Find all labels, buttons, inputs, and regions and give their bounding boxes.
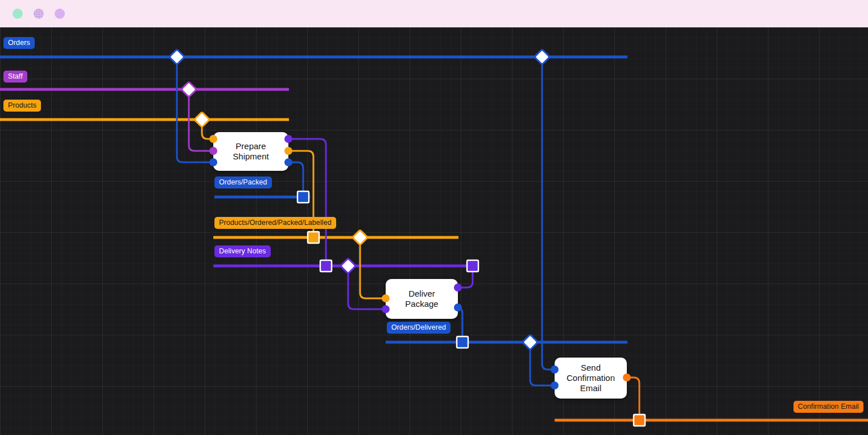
- window-control-1[interactable]: [13, 9, 23, 19]
- stream-badge-confirmation-email[interactable]: Confirmation Email: [793, 401, 863, 413]
- wire-6[interactable]: [360, 237, 386, 298]
- port-prepare-shipment-left-1[interactable]: [209, 147, 217, 155]
- state-square-orders-delivered[interactable]: [457, 336, 468, 348]
- wire-5[interactable]: [288, 162, 303, 191]
- stream-badge-delivery-notes[interactable]: Delivery Notes: [214, 245, 271, 257]
- port-prepare-shipment-left-0[interactable]: [209, 135, 217, 143]
- event-diamond-products-ordered-packed-labelled[interactable]: [353, 230, 368, 245]
- port-send-confirmation-email-right-2[interactable]: [623, 374, 631, 381]
- port-deliver-package-left-0[interactable]: [382, 294, 390, 302]
- stream-badge-orders-delivered[interactable]: Orders/Delivered: [387, 322, 450, 334]
- event-diamond-orders-delivered[interactable]: [523, 335, 538, 350]
- port-deliver-package-left-1[interactable]: [382, 305, 390, 313]
- port-prepare-shipment-right-4[interactable]: [284, 147, 292, 155]
- port-deliver-package-right-2[interactable]: [454, 284, 462, 292]
- event-diamond-orders[interactable]: [535, 50, 550, 65]
- state-square-delivery-notes[interactable]: [320, 260, 332, 272]
- event-diamond-staff[interactable]: [181, 82, 197, 97]
- window-control-3[interactable]: [55, 9, 65, 19]
- diagram-svg: [0, 0, 868, 435]
- wire-12[interactable]: [627, 377, 639, 414]
- window-control-2[interactable]: [34, 9, 44, 19]
- stream-badge-products[interactable]: Products: [3, 100, 41, 112]
- stream-badge-orders[interactable]: Orders: [3, 37, 35, 49]
- port-send-confirmation-email-left-1[interactable]: [551, 381, 559, 389]
- wire-0[interactable]: [177, 57, 213, 162]
- event-diamond-products[interactable]: [195, 112, 210, 128]
- port-deliver-package-right-3[interactable]: [454, 303, 462, 311]
- event-diamond-delivery-notes[interactable]: [341, 258, 356, 274]
- state-square-delivery-notes[interactable]: [467, 260, 478, 272]
- node-prepare-shipment[interactable]: Prepare Shipment: [213, 132, 288, 171]
- state-square-orders-packed[interactable]: [297, 191, 309, 203]
- diagram-canvas[interactable]: OrdersStaffProductsOrders/PackedProducts…: [0, 0, 868, 435]
- stream-badge-products-ordered-packed-labelled[interactable]: Products/Ordered/Packed/Labelled: [214, 217, 336, 229]
- port-prepare-shipment-right-5[interactable]: [284, 158, 292, 166]
- port-prepare-shipment-right-3[interactable]: [284, 135, 292, 143]
- wire-10[interactable]: [542, 57, 555, 370]
- state-square-products-ordered-packed-labelled[interactable]: [308, 232, 319, 243]
- port-send-confirmation-email-left-0[interactable]: [551, 366, 559, 374]
- state-square-confirmation-email[interactable]: [634, 415, 645, 426]
- port-prepare-shipment-left-2[interactable]: [209, 158, 217, 166]
- event-diamond-orders[interactable]: [170, 50, 185, 65]
- stream-badge-staff[interactable]: Staff: [3, 71, 27, 83]
- node-send-confirmation-email[interactable]: Send Confirmation Email: [555, 358, 627, 399]
- stream-badge-orders-packed[interactable]: Orders/Packed: [214, 177, 272, 188]
- wire-7[interactable]: [348, 266, 386, 309]
- node-deliver-package[interactable]: Deliver Package: [386, 279, 458, 319]
- window-titlebar: [0, 0, 868, 27]
